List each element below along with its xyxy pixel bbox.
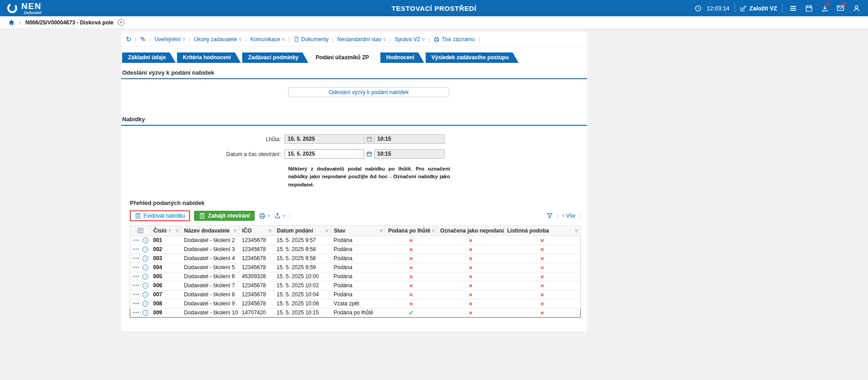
deadline-label: Lhůta: (121, 136, 285, 142)
tab-vysledek[interactable]: Výsledek zadávacího postupu (426, 52, 519, 63)
column-header-ico[interactable]: IČO ▽ (239, 225, 274, 236)
mail-icon[interactable] (835, 3, 846, 14)
opening-date-input[interactable]: 15. 5. 2025 (285, 149, 364, 159)
record-toolbar: ↻ | ✎ | Uveřejnění ▽ | Úkony zadavatele … (121, 32, 587, 47)
column-header-paper[interactable]: Listinná podoba ▽ (504, 225, 581, 236)
column-header-late[interactable]: Podaná po lhůtě ▽ (385, 225, 437, 236)
cell-number: 002 (151, 245, 181, 254)
tab-podani-ucastniku-zp[interactable]: Podání účastníků ZP (310, 52, 379, 63)
tab-zadavaci-podminky[interactable]: Zadávací podmínky (242, 52, 308, 63)
table-row[interactable]: ••• i 006 Dodavatel - školení 7 12345678… (130, 281, 581, 290)
column-settings-icon[interactable] (130, 225, 151, 236)
calendar-icon[interactable] (803, 3, 814, 14)
cell-supplier: Dodavatel - školení 8 (181, 290, 239, 299)
cell-status: Podána (331, 236, 385, 245)
column-filter-icon[interactable]: ▽ (499, 228, 502, 233)
table-row[interactable]: ••• i 001 Dodavatel - školení 2 12345678… (130, 236, 581, 245)
table-row[interactable]: ••• i 004 Dodavatel - školení 5 12345678… (130, 263, 581, 272)
menu-uverejneni[interactable]: Uveřejnění ▽ (154, 36, 185, 43)
user-icon[interactable] (851, 3, 862, 14)
tab-label: Výsledek zadávacího postupu (432, 54, 509, 61)
view-all-dropdown[interactable]: ▽ Vše (562, 213, 575, 219)
column-filter-icon[interactable]: ▽ (380, 228, 383, 233)
cell-supplier: Dodavatel - školení 4 (181, 254, 239, 263)
row-menu-icon[interactable]: ••• (133, 293, 140, 297)
row-menu-icon[interactable]: ••• (133, 238, 140, 242)
menu-komunikace[interactable]: Komunikace ▽ (250, 36, 285, 43)
row-menu-icon[interactable]: ••• (133, 275, 140, 279)
info-icon[interactable]: i (142, 292, 148, 298)
breadcrumb-item[interactable]: N006/25/V00004673 - Disková pole (25, 19, 114, 26)
menu-icon[interactable] (787, 3, 798, 14)
info-icon[interactable]: i (142, 283, 148, 289)
mark-not-submitted: × (469, 291, 473, 298)
close-tab-icon[interactable]: × (118, 19, 124, 26)
column-filter-icon[interactable]: ▽ (269, 228, 271, 233)
calendar-picker-icon[interactable] (364, 149, 374, 159)
menu-tisk-zaznamu[interactable]: Tisk záznamu (433, 36, 475, 43)
info-icon[interactable]: i (142, 301, 148, 307)
table-row[interactable]: ••• i 008 Dodavatel - školení 9 12345678… (130, 299, 581, 308)
row-menu-icon[interactable]: ••• (133, 247, 140, 252)
column-label: IČO (242, 228, 251, 234)
cell-ico: 12345678 (239, 263, 274, 272)
column-filter-icon[interactable]: ▽ (176, 228, 179, 233)
info-icon[interactable]: i (142, 247, 148, 252)
send-invitation-button[interactable]: Odeslání výzvy k podání nabídek (288, 87, 449, 97)
info-icon[interactable]: i (142, 265, 148, 271)
mark-not-submitted: × (469, 273, 473, 280)
column-header-supplier[interactable]: Název dodavatele ▽ (181, 225, 239, 236)
row-menu-icon[interactable]: ••• (133, 266, 140, 270)
start-opening-button[interactable]: Zahájit otevírání (194, 211, 255, 221)
column-filter-icon[interactable]: ▽ (575, 228, 578, 233)
table-row[interactable]: ••• i 002 Dodavatel - školení 3 12345678… (130, 245, 581, 254)
column-label: Stav (334, 228, 345, 234)
column-filter-icon[interactable]: ▽ (326, 228, 328, 233)
filter-icon[interactable] (546, 212, 553, 219)
view-all-label: Vše (566, 213, 575, 219)
edit-record-icon[interactable]: ✎ (140, 36, 146, 43)
column-header-submitted[interactable]: Datum podání ▽ (274, 225, 331, 236)
info-icon[interactable]: i (142, 256, 148, 261)
clipboard-icon (199, 213, 205, 219)
menu-nestandardni-stav[interactable]: Nestandardní stav ▽ (337, 36, 386, 43)
chevron-down-icon: ▽ (383, 38, 386, 42)
clock-icon (694, 3, 702, 14)
menu-dokumenty[interactable]: Dokumenty (294, 36, 329, 43)
info-icon[interactable]: i (142, 310, 148, 316)
table-row[interactable]: ••• i 003 Dodavatel - školení 4 12345678… (130, 254, 581, 263)
tab-label: Kritéria hodnocení (183, 54, 231, 61)
create-vz-button[interactable]: Založit VZ (740, 5, 777, 12)
row-menu-icon[interactable]: ••• (133, 256, 140, 261)
separator: | (289, 213, 290, 219)
mark-paper-form: × (541, 237, 544, 244)
table-row[interactable]: ••• i 007 Dodavatel - školení 8 12345678… (130, 290, 581, 299)
column-filter-icon[interactable]: ▽ (234, 228, 237, 233)
column-header-status[interactable]: Stav ▽ (331, 225, 385, 236)
info-icon[interactable]: i (142, 238, 148, 243)
tab-hodnoceni[interactable]: Hodnocení (380, 52, 424, 63)
row-menu-icon[interactable]: ••• (133, 284, 140, 288)
cell-number: 009 (151, 308, 181, 317)
tab-zakladni-udaje[interactable]: Základní údaje (122, 52, 175, 63)
row-menu-icon[interactable]: ••• (133, 311, 140, 315)
menu-sprava-vz[interactable]: Správa VZ ▽ (394, 36, 425, 43)
print-grid-button[interactable]: ▽ (259, 212, 270, 219)
menu-ukony-zadavatele[interactable]: Úkony zadavatele ▽ (194, 36, 242, 43)
row-menu-icon[interactable]: ••• (133, 302, 140, 306)
info-icon[interactable]: i (142, 274, 148, 280)
table-row[interactable]: ••• i 009 Dodavatel - školení 10 1470742… (130, 308, 581, 317)
history-icon[interactable]: ↻ (126, 36, 132, 43)
cell-supplier: Dodavatel - školení 9 (181, 299, 239, 308)
column-header-marked[interactable]: Označena jako nepodaná ▽ (437, 225, 504, 236)
tab-kriteria-hodnoceni[interactable]: Kritéria hodnocení (177, 52, 241, 63)
register-bid-button[interactable]: Evidovat nabídku (130, 210, 190, 221)
table-row[interactable]: ••• i 005 Dodavatel - školení 6 45359326… (130, 272, 581, 281)
nen-logo[interactable]: NEN Zadavatel (6, 2, 42, 15)
export-grid-button[interactable]: ▽ (274, 212, 285, 219)
column-header-number[interactable]: Číslo ↑ ▽ (151, 225, 181, 236)
home-icon[interactable] (8, 19, 15, 26)
mark-not-submitted: × (469, 282, 473, 289)
download-icon[interactable] (819, 3, 830, 14)
column-filter-icon[interactable]: ▽ (432, 228, 435, 233)
